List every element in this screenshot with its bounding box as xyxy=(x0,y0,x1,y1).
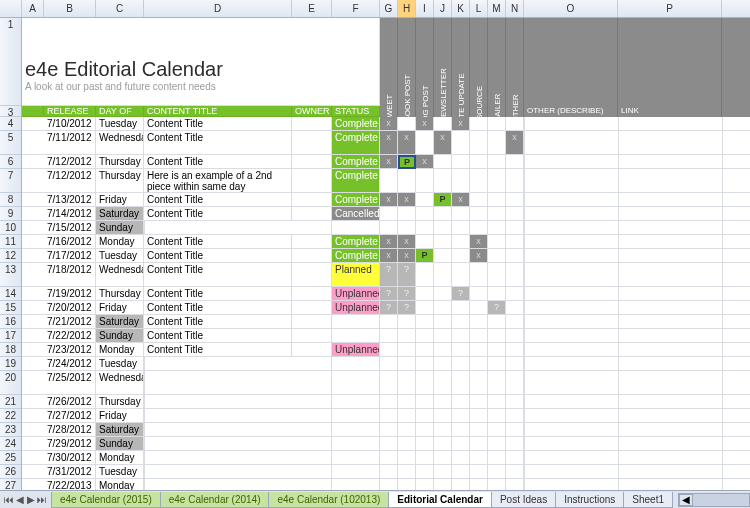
cell-channel[interactable]: x xyxy=(398,249,416,263)
cell-channel[interactable] xyxy=(488,249,506,263)
cell-channel[interactable] xyxy=(506,235,524,249)
cell-channel[interactable] xyxy=(506,287,524,301)
row-header-8[interactable]: 8 xyxy=(0,193,21,207)
cell-channel[interactable] xyxy=(434,357,452,371)
cell-channel[interactable] xyxy=(434,263,452,287)
cell-channel[interactable] xyxy=(470,287,488,301)
cell-channel[interactable] xyxy=(434,329,452,343)
cell-dow[interactable]: Monday xyxy=(96,235,144,249)
cell-channel[interactable] xyxy=(398,465,416,479)
cell-channel[interactable] xyxy=(452,329,470,343)
cell-dow[interactable]: Monday xyxy=(96,451,144,465)
cell-title[interactable]: Content Title xyxy=(144,193,292,207)
row-header-10[interactable]: 10 xyxy=(0,221,21,235)
cell-channel[interactable] xyxy=(470,193,488,207)
cell-channel[interactable] xyxy=(380,423,398,437)
col-header-M[interactable]: M xyxy=(488,0,506,17)
sheet-tab[interactable]: Editorial Calendar xyxy=(388,492,492,508)
cell-channel[interactable] xyxy=(488,479,506,490)
cell-title[interactable]: Content Title xyxy=(144,287,292,301)
cell-owner[interactable] xyxy=(292,235,332,249)
cell-channel[interactable] xyxy=(488,343,506,357)
cell-owner[interactable] xyxy=(292,437,332,451)
cell-channel[interactable] xyxy=(488,423,506,437)
col-header-J[interactable]: J xyxy=(434,0,452,17)
cell-channel[interactable] xyxy=(452,465,470,479)
cell-channel[interactable]: x xyxy=(398,193,416,207)
cell-channel[interactable] xyxy=(470,131,488,155)
cell-channel[interactable] xyxy=(488,371,506,395)
col-header-A[interactable]: A xyxy=(22,0,44,17)
col-header-C[interactable]: C xyxy=(96,0,144,17)
cell-owner[interactable] xyxy=(292,329,332,343)
cell-dow[interactable]: Saturday xyxy=(96,315,144,329)
cell-channel[interactable] xyxy=(452,207,470,221)
cell-owner[interactable] xyxy=(292,409,332,423)
cell-date[interactable]: 7/23/2012 xyxy=(44,343,96,357)
cell-status[interactable]: Complete xyxy=(332,193,380,207)
col-header-F[interactable]: F xyxy=(332,0,380,17)
row-header-18[interactable]: 18 xyxy=(0,343,21,357)
cell-owner[interactable] xyxy=(292,301,332,315)
cell-date[interactable]: 7/12/2012 xyxy=(44,155,96,169)
cell-channel[interactable] xyxy=(506,395,524,409)
row-header-4[interactable]: 4 xyxy=(0,117,21,131)
cell-channel[interactable] xyxy=(416,301,434,315)
cell-channel[interactable] xyxy=(416,329,434,343)
cell-channel[interactable] xyxy=(506,315,524,329)
cell-dow[interactable]: Tuesday xyxy=(96,117,144,131)
cell-date[interactable]: 7/14/2012 xyxy=(44,207,96,221)
cell-channel[interactable] xyxy=(470,479,488,490)
cell-status[interactable]: Cancelled xyxy=(332,207,380,221)
cell-channel[interactable] xyxy=(452,263,470,287)
cell-channel[interactable] xyxy=(452,423,470,437)
cell-date[interactable]: 7/10/2012 xyxy=(44,117,96,131)
cell-channel[interactable] xyxy=(398,423,416,437)
cell-channel[interactable] xyxy=(452,357,470,371)
cell-channel[interactable] xyxy=(488,451,506,465)
cell-channel[interactable] xyxy=(488,221,506,235)
cell-dow[interactable]: Friday xyxy=(96,193,144,207)
tab-nav-btn[interactable]: ⏭ xyxy=(37,494,47,506)
cell-channel[interactable] xyxy=(470,423,488,437)
cell-channel[interactable]: ? xyxy=(398,287,416,301)
cell-title[interactable]: Content Title xyxy=(144,117,292,131)
cell-dow[interactable]: Friday xyxy=(96,301,144,315)
cell-channel[interactable] xyxy=(434,301,452,315)
cell-channel[interactable]: ? xyxy=(380,301,398,315)
cell-date[interactable]: 7/16/2012 xyxy=(44,235,96,249)
cell-channel[interactable]: x xyxy=(398,235,416,249)
row-header-7[interactable]: 7 xyxy=(0,169,21,193)
cell-channel[interactable] xyxy=(398,437,416,451)
cell-channel[interactable] xyxy=(506,263,524,287)
cell-dow[interactable]: Thursday xyxy=(96,155,144,169)
cell-channel[interactable] xyxy=(506,169,524,193)
tab-nav-btn[interactable]: ⏮ xyxy=(4,494,14,506)
cell-channel[interactable] xyxy=(506,301,524,315)
sheet-tab[interactable]: Post Ideas xyxy=(491,492,556,508)
cell-channel[interactable] xyxy=(380,329,398,343)
row-header-1[interactable]: 1 xyxy=(0,18,21,106)
cell-owner[interactable] xyxy=(292,357,332,371)
cell-status[interactable]: Complete xyxy=(332,169,380,193)
cell-channel[interactable] xyxy=(398,479,416,490)
cell-owner[interactable] xyxy=(292,395,332,409)
cell-dow[interactable]: Monday xyxy=(96,343,144,357)
cell-channel[interactable] xyxy=(416,465,434,479)
cell-dow[interactable]: Thursday xyxy=(96,287,144,301)
row-header-23[interactable]: 23 xyxy=(0,423,21,437)
cell-channel[interactable] xyxy=(470,357,488,371)
cell-channel[interactable] xyxy=(398,207,416,221)
cell-channel[interactable] xyxy=(506,479,524,490)
cell-channel[interactable] xyxy=(434,221,452,235)
cell-owner[interactable] xyxy=(292,343,332,357)
cell-channel[interactable]: x xyxy=(470,235,488,249)
cell-status[interactable] xyxy=(332,221,380,235)
cell-channel[interactable] xyxy=(488,263,506,287)
cell-channel[interactable] xyxy=(434,371,452,395)
col-header-K[interactable]: K xyxy=(452,0,470,17)
cell-dow[interactable]: Tuesday xyxy=(96,357,144,371)
cell-owner[interactable] xyxy=(292,249,332,263)
cell-date[interactable]: 7/22/2013 xyxy=(44,479,96,490)
row-header-12[interactable]: 12 xyxy=(0,249,21,263)
